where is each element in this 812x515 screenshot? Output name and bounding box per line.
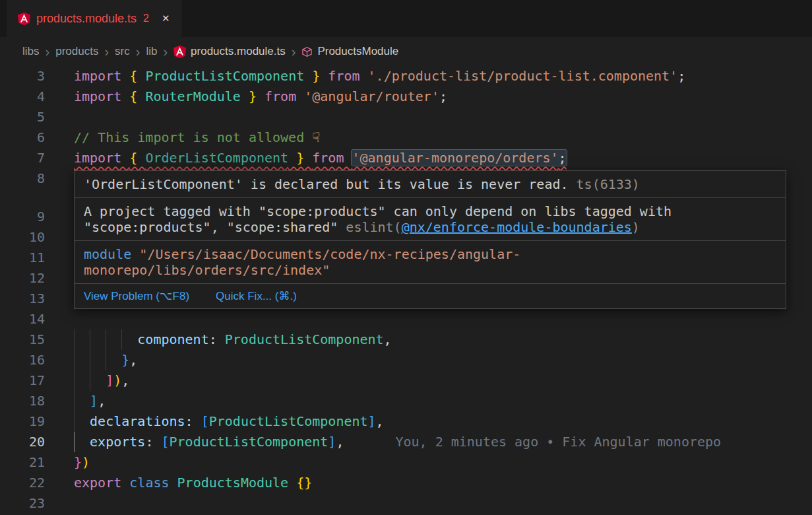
code-line-19[interactable]: 19 declarations: [ProductListComponent], — [0, 411, 812, 432]
breadcrumb-item-src[interactable]: src — [115, 45, 130, 58]
code-line-content: ]), — [45, 370, 812, 391]
breadcrumb-label: lib — [146, 45, 157, 58]
breadcrumb-chevron-icon: › — [104, 45, 109, 58]
line-number: 7 — [0, 148, 45, 168]
code-line-5[interactable]: 5 — [0, 107, 812, 127]
indent-guide — [106, 329, 121, 350]
breadcrumb-chevron-icon: › — [46, 45, 50, 58]
code-line-content — [45, 107, 812, 127]
string-highlight: '@angular-monorepo/orders'; — [352, 150, 566, 166]
code-line-15[interactable]: 15 component: ProductListComponent, — [0, 329, 812, 350]
line-number: 15 — [0, 329, 45, 350]
breadcrumb-label: libs — [22, 45, 40, 58]
code-line-18[interactable]: 18 ], — [0, 391, 812, 411]
code-line-content: }) — [45, 452, 812, 473]
breadcrumb-label: ProductsModule — [317, 45, 398, 58]
angular-logo-icon — [173, 46, 186, 58]
code-line-content: import { ProductListComponent } from './… — [45, 66, 812, 86]
breadcrumb-item-productsmodule[interactable]: ProductsModule — [301, 45, 398, 58]
line-number: 6 — [0, 127, 45, 148]
code-line-21[interactable]: 21}) — [0, 452, 812, 473]
line-number: 22 — [0, 473, 45, 493]
code-line-22[interactable]: 22export class ProductsModule {} — [0, 473, 812, 493]
code-line-20[interactable]: 20 exports: [ProductListComponent],You, … — [0, 432, 812, 452]
code-line-content: }, — [45, 350, 812, 370]
breadcrumb-chevron-icon: › — [292, 45, 296, 58]
line-number: 5 — [0, 107, 45, 127]
code-line-14[interactable]: 14 — [0, 309, 812, 329]
code-line-content: exports: [ProductListComponent],You, 2 m… — [45, 432, 812, 452]
line-number: 21 — [0, 452, 45, 473]
line-number: 8 — [0, 168, 45, 189]
indent-guide — [90, 329, 106, 350]
code-line-content: component: ProductListComponent, — [45, 329, 812, 350]
indent-guide — [74, 391, 90, 411]
tab-close-icon[interactable]: ✕ — [162, 13, 170, 24]
indent-guide — [90, 350, 106, 370]
line-number: 3 — [0, 66, 45, 86]
breadcrumb-item-products[interactable]: products — [55, 45, 98, 58]
breadcrumb-chevron-icon: › — [136, 45, 141, 58]
git-blame-annotation: You, 2 minutes ago • Fix Angular monorep… — [395, 434, 721, 450]
breadcrumb-item-libs[interactable]: libs — [22, 45, 40, 58]
breadcrumb-chevron-icon: › — [163, 45, 168, 58]
indent-guide — [74, 350, 90, 370]
eslint-rule-link[interactable]: @nx/enforce-module-boundaries — [402, 219, 632, 235]
code-line-content: import { OrderListComponent } from '@ang… — [45, 148, 812, 168]
code-line-content: export class ProductsModule {} — [45, 473, 812, 493]
line-number: 19 — [0, 411, 45, 432]
indent-guide — [74, 370, 90, 391]
code-line-4[interactable]: 4import { RouterModule } from '@angular/… — [0, 86, 812, 107]
tab-error-count-badge: 2 — [143, 13, 149, 24]
indent-guide — [90, 370, 106, 391]
code-editor[interactable]: 3import { ProductListComponent } from '.… — [0, 66, 812, 515]
indent-guide — [106, 350, 121, 370]
indent-guide — [74, 411, 90, 432]
code-line-16[interactable]: 16 }, — [0, 350, 812, 370]
indent-guide — [121, 329, 137, 350]
breadcrumb-label: products — [55, 45, 98, 58]
line-number: 4 — [0, 86, 45, 107]
code-line-content: declarations: [ProductListComponent], — [45, 411, 812, 432]
indent-guide — [74, 432, 90, 452]
code-line-content — [45, 309, 812, 329]
line-number: 17 — [0, 370, 45, 391]
breadcrumb-label: src — [115, 45, 130, 58]
tab-products-module-ts[interactable]: products.module.ts 2 ✕ — [7, 0, 181, 37]
breadcrumb-item-lib[interactable]: lib — [146, 45, 157, 58]
quick-fix-action[interactable]: Quick Fix... (⌘.) — [216, 289, 297, 303]
code-line-17[interactable]: 17 ]), — [0, 370, 812, 391]
view-problem-action[interactable]: View Problem (⌥F8) — [84, 289, 189, 303]
angular-logo-icon — [18, 13, 30, 25]
module-symbol-icon — [301, 46, 313, 57]
line-number: 11 — [0, 248, 45, 268]
line-number: 14 — [0, 309, 45, 329]
code-line-content: import { RouterModule } from '@angular/r… — [45, 86, 812, 107]
error-squiggle: import { OrderListComponent } from '@ang… — [74, 150, 567, 166]
line-number: 23 — [0, 493, 45, 514]
code-line-6[interactable]: 6// This import is not allowed ☟ — [0, 127, 812, 148]
tab-bar: products.module.ts 2 ✕ — [0, 0, 812, 37]
line-number: 9 — [0, 207, 45, 227]
hover-section-2: module "/Users/isaac/Documents/code/nx-r… — [75, 241, 786, 284]
code-line-content — [45, 493, 812, 514]
line-number: 12 — [0, 268, 45, 289]
indent-guide — [74, 329, 90, 350]
code-line-7[interactable]: 7import { OrderListComponent } from '@an… — [0, 148, 812, 168]
hover-section-1: A project tagged with "scope:products" c… — [75, 198, 786, 241]
breadcrumb-label: products.module.ts — [191, 45, 286, 58]
code-line-23[interactable]: 23 — [0, 493, 812, 514]
code-line-content: // This import is not allowed ☟ — [45, 127, 812, 148]
hover-section-0: 'OrderListComponent' is declared but its… — [75, 171, 786, 198]
code-line-content: ], — [45, 391, 812, 411]
tab-title: products.module.ts — [36, 12, 137, 26]
line-number: 18 — [0, 391, 45, 411]
line-number: 10 — [0, 227, 45, 248]
line-number: 16 — [0, 350, 45, 370]
line-number: 13 — [0, 289, 45, 309]
line-number: 20 — [0, 432, 45, 452]
hover-tooltip: 'OrderListComponent' is declared but its… — [74, 170, 786, 309]
breadcrumb-item-products.module.ts[interactable]: products.module.ts — [173, 45, 286, 58]
breadcrumb: libs›products›src›lib› products.module.t… — [0, 37, 812, 66]
code-line-3[interactable]: 3import { ProductListComponent } from '.… — [0, 66, 812, 86]
